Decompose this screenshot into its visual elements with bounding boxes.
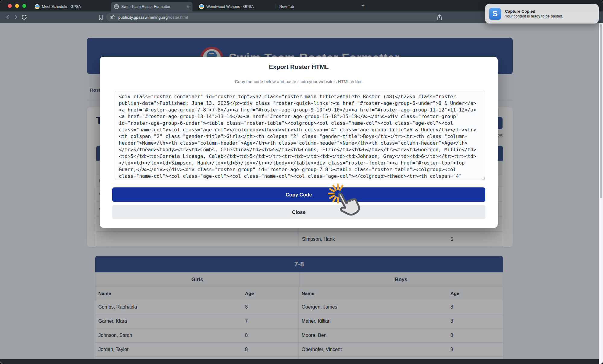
- tab-roster-formatter-active[interactable]: Swim Team Roster Formatter ✕: [111, 2, 192, 11]
- tab-title: Meet Schedule - GPSA: [42, 5, 81, 9]
- modal-title: Export Roster HTML: [100, 63, 498, 71]
- forward-icon[interactable]: [12, 14, 19, 21]
- page-scrollbar-thumb[interactable]: [600, 24, 602, 198]
- close-window-button[interactable]: [8, 4, 12, 8]
- window-bottom-edge: [0, 359, 603, 364]
- bookmark-icon[interactable]: [97, 14, 104, 21]
- tab-separator: [275, 4, 275, 8]
- export-code-textarea[interactable]: <div class="roster-container" id="roster…: [115, 91, 485, 180]
- copy-code-button[interactable]: Copy Code: [112, 187, 485, 202]
- reload-icon[interactable]: [21, 14, 28, 21]
- zoom-window-button[interactable]: [22, 4, 26, 8]
- minimize-window-button[interactable]: [15, 4, 19, 8]
- export-roster-modal: Export Roster HTML Copy the code below a…: [100, 57, 498, 228]
- tab-title: Wendwood Wahoos - GPSA: [206, 5, 254, 9]
- share-icon[interactable]: [436, 14, 443, 21]
- browser-window: Meet Schedule - GPSA Swim Team Roster Fo…: [0, 0, 603, 364]
- gpsa-favicon: [35, 4, 40, 9]
- tab-wendwood-wahoos[interactable]: Wendwood Wahoos - GPSA: [196, 2, 257, 11]
- gpsa-favicon: [114, 4, 119, 9]
- gpsa-favicon: [199, 4, 204, 9]
- back-icon[interactable]: [4, 14, 11, 21]
- tab-title: Swim Team Roster Formatter: [121, 5, 181, 9]
- site-settings-icon[interactable]: [110, 14, 115, 20]
- tab-new-tab[interactable]: New Tab: [276, 2, 297, 11]
- url-path: /roster.html: [168, 15, 188, 20]
- tab-title: New Tab: [279, 5, 294, 9]
- capture-notification[interactable]: S Capture Copied Your content is ready t…: [485, 4, 599, 24]
- new-tab-button[interactable]: +: [361, 2, 365, 9]
- snagit-icon: S: [489, 8, 501, 20]
- notification-message: Your content is ready to be pasted.: [505, 14, 563, 18]
- modal-subtitle: Copy the code below and paste it into yo…: [100, 79, 498, 84]
- url-bar[interactable]: publicity.gpsaswimming.org/roster.html: [106, 13, 439, 21]
- url-host: publicity.gpsaswimming.org: [118, 15, 168, 20]
- click-cursor-icon: [325, 183, 363, 224]
- tab-close-icon[interactable]: ✕: [186, 5, 189, 9]
- close-modal-button[interactable]: Close: [112, 205, 485, 219]
- tab-meet-schedule[interactable]: Meet Schedule - GPSA: [32, 2, 84, 11]
- url-text[interactable]: publicity.gpsaswimming.org/roster.html: [118, 15, 188, 20]
- notification-title: Capture Copied: [505, 9, 563, 14]
